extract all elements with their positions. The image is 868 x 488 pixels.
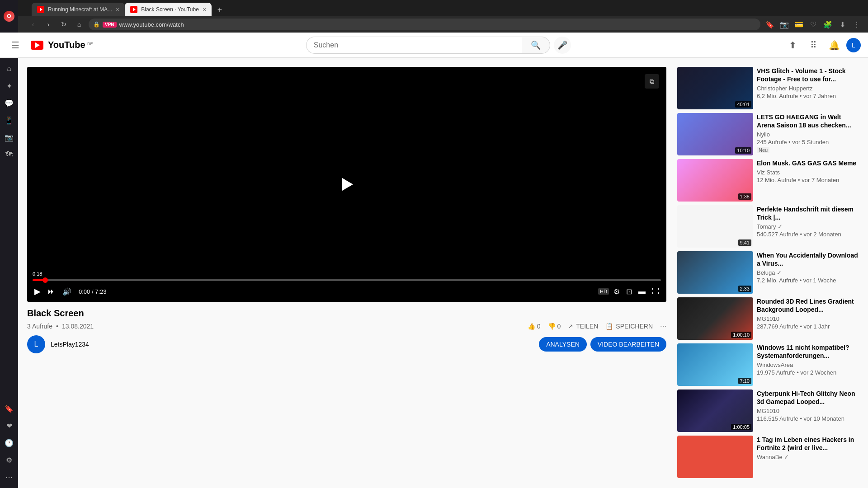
rec-title: When You Accidentally Download a Virus..… — [757, 251, 859, 267]
pip-button[interactable]: ⧉ — [645, 74, 659, 89]
rec-title: VHS Glitch - Volume 1 - Stock Footage - … — [757, 67, 859, 83]
time-display: 0:00 / 7:23 — [79, 288, 106, 295]
recommendation-item[interactable]: 9:41Perfekte Handschrift mit diesem Tric… — [677, 205, 859, 248]
rec-channel-name: Christopher Huppertz — [757, 85, 859, 92]
video-views: 3 Aufrufe — [27, 323, 52, 330]
camera-icon[interactable]: 📷 — [778, 19, 790, 30]
rec-channel-name: Beluga ✓ — [757, 269, 859, 276]
opera-home-button[interactable]: ⌂ — [2, 61, 16, 76]
download-icon[interactable]: ⬇ — [836, 19, 848, 30]
dislike-button[interactable]: 👎 0 — [548, 323, 561, 330]
rec-views: 7,2 Mio. Aufrufe • vor 1 Woche — [757, 277, 859, 284]
menu-button[interactable]: ☰ — [7, 37, 24, 53]
rec-channel-name: WindowsArea — [757, 361, 859, 368]
bookmark-icon[interactable]: 🔖 — [764, 19, 776, 30]
home-button[interactable]: ⌂ — [73, 19, 85, 30]
dislike-count: 0 — [557, 323, 561, 330]
opera-bookmarks-button[interactable]: 🔖 — [2, 401, 16, 416]
channel-avatar[interactable]: L — [27, 335, 45, 353]
tab-1[interactable]: Running Minecraft at MA... × — [32, 3, 125, 16]
notifications-button[interactable]: 🔔 — [826, 37, 843, 54]
opera-settings-button[interactable]: ⚙ — [2, 453, 16, 467]
opera-more-button[interactable]: ⋯ — [2, 470, 16, 484]
rec-thumbnail: 1:00:10 — [677, 297, 753, 340]
opera-pinboard-button[interactable]: ❤ — [2, 418, 16, 433]
recommendation-item[interactable]: 1 Tag im Leben eines Hackers in Fortnite… — [677, 436, 859, 478]
refresh-button[interactable]: ↻ — [58, 19, 70, 30]
opera-instagram-button[interactable]: 📷 — [2, 130, 16, 145]
tab-1-close[interactable]: × — [116, 6, 119, 13]
controls-row: ▶ ⏭ 🔊 0:00 / 7:23 HD ⚙ ⊡ ▬ ⛶ — [33, 285, 661, 298]
play-overlay-button[interactable] — [331, 174, 362, 195]
browser-menu-icon[interactable]: ⋮ — [851, 19, 863, 30]
like-button[interactable]: 👍 0 — [528, 323, 541, 330]
search-input[interactable] — [306, 37, 522, 54]
youtube-country: DE — [87, 42, 93, 46]
recommendation-item[interactable]: 1:00:05Cyberpunk Hi-Tech Glitchy Neon 3d… — [677, 389, 859, 432]
miniplayer-button[interactable]: ⊡ — [624, 286, 634, 298]
recommendation-item[interactable]: 2:33When You Accidentally Download a Vir… — [677, 251, 859, 294]
fullscreen-button[interactable]: ⛶ — [650, 286, 661, 297]
extensions-icon[interactable]: 🧩 — [822, 19, 834, 30]
video-controls: 0:18 ▶ ⏭ 🔊 0:00 / 7:23 — [27, 276, 666, 302]
rec-duration: 2:33 — [738, 286, 751, 292]
opera-history-button[interactable]: 🕐 — [2, 436, 16, 450]
save-button[interactable]: 📋 SPEICHERN — [605, 323, 653, 330]
play-button[interactable]: ▶ — [33, 285, 42, 298]
volume-button[interactable]: 🔊 — [61, 286, 73, 298]
video-player[interactable]: ⧉ — [27, 67, 666, 302]
upload-button[interactable]: ⬆ — [784, 37, 801, 54]
voice-search-button[interactable]: 🎤 — [554, 37, 571, 54]
new-tab-button[interactable]: + — [213, 4, 226, 16]
progress-bar[interactable] — [33, 279, 661, 281]
edit-video-button[interactable]: VIDEO BEARBEITEN — [590, 337, 666, 352]
more-actions-button[interactable]: ⋯ — [660, 323, 666, 330]
recommendation-item[interactable]: 1:38Elon Musk. GAS GAS GAS MemeViz Stats… — [677, 159, 859, 202]
user-avatar[interactable]: L — [846, 38, 861, 52]
analyse-button[interactable]: ANALYSEN — [539, 337, 587, 352]
meta-divider: • — [56, 323, 58, 330]
recommendation-item[interactable]: 7:10Windows 11 nicht kompatibel? Systema… — [677, 343, 859, 386]
settings-button[interactable]: ⚙ — [612, 286, 622, 298]
wallet-icon[interactable]: 💳 — [793, 19, 805, 30]
address-bar[interactable]: 🔒 VPN www.youtube.com/watch — [89, 19, 760, 30]
theater-button[interactable]: ▬ — [637, 286, 647, 297]
rec-thumbnail: 7:10 — [677, 343, 753, 386]
forward-button[interactable]: › — [42, 19, 54, 30]
rec-views: 19.975 Aufrufe • vor 2 Wochen — [757, 369, 859, 376]
rec-thumbnail: 2:33 — [677, 251, 753, 294]
back-button[interactable]: ‹ — [27, 19, 39, 30]
next-button[interactable]: ⏭ — [46, 286, 57, 297]
rec-title: Elon Musk. GAS GAS GAS Meme — [757, 159, 859, 167]
apps-button[interactable]: ⠿ — [805, 37, 822, 54]
ctrl-right: HD ⚙ ⊡ ▬ ⛶ — [598, 286, 661, 298]
rec-title: Perfekte Handschrift mit diesem Trick |.… — [757, 205, 859, 221]
browser-chrome: O Running Minecraft at MA... × Black Scr… — [0, 0, 868, 33]
address-text: www.youtube.com/watch — [119, 21, 756, 28]
opera-messenger-button[interactable]: 💬 — [2, 96, 16, 110]
search-button[interactable]: 🔍 — [522, 37, 550, 54]
nav-bar: ‹ › ↻ ⌂ 🔒 VPN www.youtube.com/watch 🔖 📷 … — [0, 16, 868, 33]
channel-name[interactable]: LetsPlay1234 — [51, 341, 89, 348]
vpn-badge: VPN — [103, 22, 117, 28]
opera-logo[interactable]: O — [4, 11, 14, 22]
rec-channel-name: Viz Stats — [757, 169, 859, 176]
timestamp-tooltip: 0:18 — [31, 270, 44, 277]
heart-icon[interactable]: ♡ — [807, 19, 819, 30]
tab-2[interactable]: Black Screen · YouTube × — [125, 3, 212, 16]
lock-icon: 🔒 — [93, 21, 100, 28]
opera-whatsapp-button[interactable]: 📱 — [2, 113, 16, 127]
recommendation-item[interactable]: 40:01VHS Glitch - Volume 1 - Stock Foota… — [677, 67, 859, 109]
recommendation-item[interactable]: 10:10LETS GO HAEGANG in Welt Arena Saiso… — [677, 113, 859, 155]
youtube-logo[interactable]: YouTube DE — [31, 40, 93, 50]
opera-explore-button[interactable]: ✦ — [2, 79, 16, 93]
youtube-header: ☰ YouTube DE 🔍 🎤 ⬆ ⠿ 🔔 L — [0, 33, 868, 58]
rec-views: 540.527 Aufrufe • vor 2 Monaten — [757, 231, 859, 238]
rec-thumbnail — [677, 436, 753, 478]
opera-maps-button[interactable]: 🗺 — [2, 147, 16, 162]
rec-views: 6,2 Mio. Aufrufe • vor 7 Jahren — [757, 93, 859, 99]
tab-2-close[interactable]: × — [203, 6, 206, 13]
rec-title: Cyberpunk Hi-Tech Glitchy Neon 3d Gamepa… — [757, 389, 859, 406]
share-button[interactable]: ↗ TEILEN — [568, 323, 598, 330]
recommendation-item[interactable]: 1:00:10Rounded 3D Red Lines Gradient Bac… — [677, 297, 859, 340]
